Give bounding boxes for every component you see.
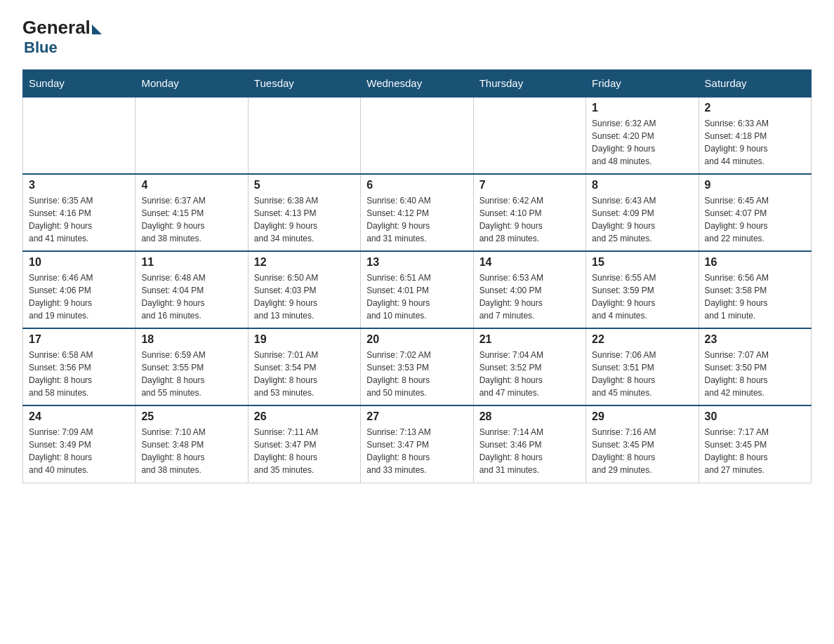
- calendar-cell: 28Sunrise: 7:14 AM Sunset: 3:46 PM Dayli…: [473, 405, 585, 483]
- calendar-week-row: 17Sunrise: 6:58 AM Sunset: 3:56 PM Dayli…: [23, 328, 812, 405]
- day-info: Sunrise: 7:10 AM Sunset: 3:48 PM Dayligh…: [141, 426, 241, 476]
- header-thursday: Thursday: [473, 70, 585, 98]
- calendar-cell: [473, 97, 585, 174]
- calendar-cell: 9Sunrise: 6:45 AM Sunset: 4:07 PM Daylig…: [699, 174, 811, 251]
- day-number: 16: [705, 256, 805, 269]
- calendar-cell: 12Sunrise: 6:50 AM Sunset: 4:03 PM Dayli…: [248, 251, 360, 328]
- calendar-cell: 18Sunrise: 6:59 AM Sunset: 3:55 PM Dayli…: [135, 328, 248, 405]
- day-info: Sunrise: 7:09 AM Sunset: 3:49 PM Dayligh…: [29, 426, 129, 476]
- day-info: Sunrise: 6:48 AM Sunset: 4:04 PM Dayligh…: [141, 271, 241, 322]
- day-number: 11: [141, 256, 241, 269]
- day-info: Sunrise: 6:37 AM Sunset: 4:15 PM Dayligh…: [141, 194, 241, 245]
- calendar-cell: 10Sunrise: 6:46 AM Sunset: 4:06 PM Dayli…: [23, 251, 135, 328]
- calendar-cell: 2Sunrise: 6:33 AM Sunset: 4:18 PM Daylig…: [699, 97, 811, 174]
- logo: General Blue: [22, 17, 102, 57]
- day-info: Sunrise: 6:46 AM Sunset: 4:06 PM Dayligh…: [29, 271, 129, 322]
- day-info: Sunrise: 6:59 AM Sunset: 3:55 PM Dayligh…: [141, 349, 241, 399]
- day-info: Sunrise: 7:17 AM Sunset: 3:45 PM Dayligh…: [705, 426, 805, 476]
- day-number: 30: [705, 410, 805, 423]
- day-info: Sunrise: 7:11 AM Sunset: 3:47 PM Dayligh…: [254, 426, 355, 476]
- calendar-cell: 15Sunrise: 6:55 AM Sunset: 3:59 PM Dayli…: [586, 251, 699, 328]
- day-number: 9: [705, 179, 805, 192]
- day-number: 12: [254, 256, 355, 269]
- logo-general-text: General: [22, 17, 91, 39]
- day-number: 3: [29, 179, 129, 192]
- calendar-cell: [23, 97, 135, 174]
- day-info: Sunrise: 7:04 AM Sunset: 3:52 PM Dayligh…: [479, 349, 580, 399]
- day-info: Sunrise: 6:35 AM Sunset: 4:16 PM Dayligh…: [29, 194, 129, 245]
- day-info: Sunrise: 7:02 AM Sunset: 3:53 PM Dayligh…: [366, 349, 467, 399]
- calendar-cell: 26Sunrise: 7:11 AM Sunset: 3:47 PM Dayli…: [248, 405, 360, 483]
- header-monday: Monday: [135, 70, 248, 98]
- header-wednesday: Wednesday: [361, 70, 473, 98]
- day-info: Sunrise: 6:56 AM Sunset: 3:58 PM Dayligh…: [705, 271, 805, 322]
- calendar-table: SundayMondayTuesdayWednesdayThursdayFrid…: [22, 69, 812, 483]
- day-number: 17: [29, 333, 129, 346]
- header-sunday: Sunday: [23, 70, 135, 98]
- calendar-cell: 29Sunrise: 7:16 AM Sunset: 3:45 PM Dayli…: [586, 405, 699, 483]
- header-friday: Friday: [586, 70, 699, 98]
- day-info: Sunrise: 6:40 AM Sunset: 4:12 PM Dayligh…: [366, 194, 467, 245]
- day-number: 4: [141, 179, 241, 192]
- calendar-cell: 30Sunrise: 7:17 AM Sunset: 3:45 PM Dayli…: [699, 405, 811, 483]
- calendar-cell: [361, 97, 473, 174]
- day-info: Sunrise: 7:01 AM Sunset: 3:54 PM Dayligh…: [254, 349, 355, 399]
- day-info: Sunrise: 6:55 AM Sunset: 3:59 PM Dayligh…: [592, 271, 692, 322]
- calendar-cell: 14Sunrise: 6:53 AM Sunset: 4:00 PM Dayli…: [473, 251, 585, 328]
- day-info: Sunrise: 7:16 AM Sunset: 3:45 PM Dayligh…: [592, 426, 692, 476]
- day-info: Sunrise: 6:50 AM Sunset: 4:03 PM Dayligh…: [254, 271, 355, 322]
- day-number: 6: [366, 179, 467, 192]
- calendar-cell: 27Sunrise: 7:13 AM Sunset: 3:47 PM Dayli…: [361, 405, 473, 483]
- calendar-week-row: 10Sunrise: 6:46 AM Sunset: 4:06 PM Dayli…: [23, 251, 812, 328]
- calendar-cell: 23Sunrise: 7:07 AM Sunset: 3:50 PM Dayli…: [699, 328, 811, 405]
- calendar-week-row: 3Sunrise: 6:35 AM Sunset: 4:16 PM Daylig…: [23, 174, 812, 251]
- day-number: 2: [705, 102, 805, 114]
- day-number: 14: [479, 256, 580, 269]
- calendar-cell: 21Sunrise: 7:04 AM Sunset: 3:52 PM Dayli…: [473, 328, 585, 405]
- day-info: Sunrise: 7:13 AM Sunset: 3:47 PM Dayligh…: [366, 426, 467, 476]
- header-tuesday: Tuesday: [248, 70, 360, 98]
- day-info: Sunrise: 6:45 AM Sunset: 4:07 PM Dayligh…: [705, 194, 805, 245]
- day-number: 10: [29, 256, 129, 269]
- day-number: 21: [479, 333, 580, 346]
- day-number: 7: [479, 179, 580, 192]
- logo-blue-text: Blue: [24, 39, 58, 57]
- calendar-cell: 20Sunrise: 7:02 AM Sunset: 3:53 PM Dayli…: [361, 328, 473, 405]
- calendar-cell: 3Sunrise: 6:35 AM Sunset: 4:16 PM Daylig…: [23, 174, 135, 251]
- day-number: 15: [592, 256, 692, 269]
- day-info: Sunrise: 6:33 AM Sunset: 4:18 PM Dayligh…: [705, 117, 805, 168]
- day-info: Sunrise: 7:06 AM Sunset: 3:51 PM Dayligh…: [592, 349, 692, 399]
- calendar-cell: 6Sunrise: 6:40 AM Sunset: 4:12 PM Daylig…: [361, 174, 473, 251]
- day-number: 13: [366, 256, 467, 269]
- day-info: Sunrise: 7:14 AM Sunset: 3:46 PM Dayligh…: [479, 426, 580, 476]
- calendar-cell: 24Sunrise: 7:09 AM Sunset: 3:49 PM Dayli…: [23, 405, 135, 483]
- calendar-cell: 19Sunrise: 7:01 AM Sunset: 3:54 PM Dayli…: [248, 328, 360, 405]
- calendar-cell: 5Sunrise: 6:38 AM Sunset: 4:13 PM Daylig…: [248, 174, 360, 251]
- calendar-cell: 7Sunrise: 6:42 AM Sunset: 4:10 PM Daylig…: [473, 174, 585, 251]
- day-number: 22: [592, 333, 692, 346]
- day-number: 28: [479, 410, 580, 423]
- day-info: Sunrise: 6:53 AM Sunset: 4:00 PM Dayligh…: [479, 271, 580, 322]
- page-header: General Blue: [22, 17, 812, 57]
- day-info: Sunrise: 6:51 AM Sunset: 4:01 PM Dayligh…: [366, 271, 467, 322]
- logo-arrow-icon: [92, 25, 102, 34]
- day-info: Sunrise: 6:38 AM Sunset: 4:13 PM Dayligh…: [254, 194, 355, 245]
- calendar-header-row: SundayMondayTuesdayWednesdayThursdayFrid…: [23, 70, 812, 98]
- calendar-week-row: 1Sunrise: 6:32 AM Sunset: 4:20 PM Daylig…: [23, 97, 812, 174]
- day-number: 18: [141, 333, 241, 346]
- day-number: 8: [592, 179, 692, 192]
- day-number: 20: [366, 333, 467, 346]
- day-info: Sunrise: 6:32 AM Sunset: 4:20 PM Dayligh…: [592, 117, 692, 168]
- day-number: 26: [254, 410, 355, 423]
- day-info: Sunrise: 6:43 AM Sunset: 4:09 PM Dayligh…: [592, 194, 692, 245]
- header-saturday: Saturday: [699, 70, 811, 98]
- calendar-cell: [248, 97, 360, 174]
- day-number: 1: [592, 102, 692, 114]
- day-number: 19: [254, 333, 355, 346]
- calendar-cell: 25Sunrise: 7:10 AM Sunset: 3:48 PM Dayli…: [135, 405, 248, 483]
- calendar-cell: 1Sunrise: 6:32 AM Sunset: 4:20 PM Daylig…: [586, 97, 699, 174]
- calendar-cell: 8Sunrise: 6:43 AM Sunset: 4:09 PM Daylig…: [586, 174, 699, 251]
- day-info: Sunrise: 6:42 AM Sunset: 4:10 PM Dayligh…: [479, 194, 580, 245]
- calendar-week-row: 24Sunrise: 7:09 AM Sunset: 3:49 PM Dayli…: [23, 405, 812, 483]
- day-number: 29: [592, 410, 692, 423]
